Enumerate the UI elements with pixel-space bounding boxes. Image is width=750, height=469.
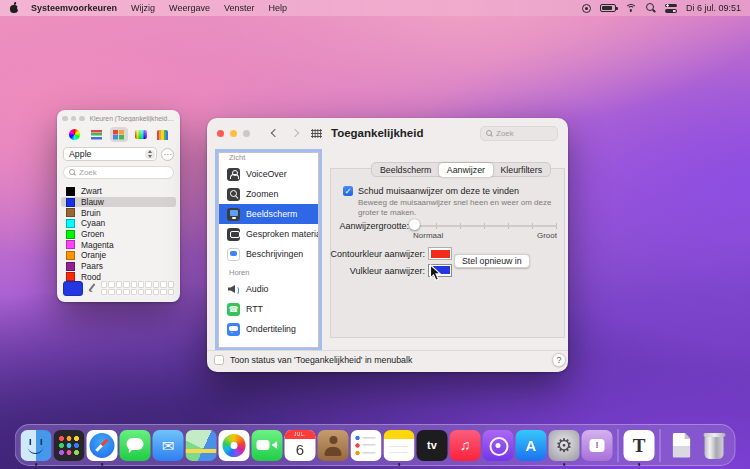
zoom-button[interactable] — [243, 130, 250, 137]
sidebar-item-gesproken-materiaal[interactable]: Gesproken materiaal — [219, 224, 318, 244]
sidebar-item-beeldscherm[interactable]: Beeldscherm — [219, 204, 318, 224]
image-palettes-icon[interactable] — [132, 127, 150, 142]
dock-appletv-icon[interactable]: tv — [417, 430, 448, 461]
sidebar-item-rtt[interactable]: RTT — [219, 299, 318, 319]
wifi-icon[interactable] — [625, 4, 637, 13]
swatch-cell[interactable] — [108, 289, 114, 296]
battery-icon[interactable] — [600, 4, 616, 12]
tab-beeldscherm[interactable]: Beeldscherm — [372, 163, 439, 176]
minimize-button[interactable] — [71, 116, 77, 122]
dock-messages-icon[interactable] — [120, 430, 151, 461]
dock-feedback-assistant-icon[interactable]: ! — [582, 430, 613, 461]
zoom-button[interactable] — [79, 116, 85, 122]
swatch-cell[interactable] — [123, 289, 129, 296]
tab-kleurfilters[interactable]: Kleurfilters — [492, 163, 550, 176]
swatch-cell[interactable] — [123, 281, 129, 288]
sidebar-item-audio[interactable]: Audio — [219, 279, 318, 299]
dock-photos-icon[interactable] — [219, 430, 250, 461]
dock-launchpad-icon[interactable] — [54, 430, 85, 461]
swatch-cell[interactable] — [168, 289, 174, 296]
dock-maps-icon[interactable] — [186, 430, 217, 461]
sidebar-item-voiceover[interactable]: VoiceOver — [219, 164, 318, 184]
record-icon[interactable] — [582, 4, 591, 13]
swatch-cell[interactable] — [168, 281, 174, 288]
close-button[interactable] — [62, 116, 68, 122]
color-list-item[interactable]: Cyaan — [61, 218, 176, 229]
minimize-button[interactable] — [230, 130, 237, 137]
swatch-cell[interactable] — [108, 281, 114, 288]
color-list-item[interactable]: Blauw — [61, 197, 176, 208]
tab-aanwijzer[interactable]: Aanwijzer — [439, 163, 493, 177]
dock-music-icon[interactable]: ♫ — [450, 430, 481, 461]
dock-contacts-icon[interactable] — [318, 430, 349, 461]
swatch-cell[interactable] — [131, 281, 137, 288]
swatch-cell[interactable] — [153, 289, 159, 296]
menu-bar-status-checkbox[interactable] — [214, 355, 224, 365]
reset-button[interactable]: Stel opnieuw in — [454, 254, 530, 268]
dock-trash-icon[interactable] — [699, 430, 730, 461]
swatch-cell[interactable] — [145, 281, 151, 288]
swatch-cell[interactable] — [153, 281, 159, 288]
dock-system-preferences-icon[interactable]: ⚙ — [549, 430, 580, 461]
dock-appstore-icon[interactable]: A — [516, 430, 547, 461]
preferences-search-input[interactable] — [496, 129, 552, 138]
pencils-icon[interactable] — [154, 127, 172, 142]
menu-help[interactable]: Help — [261, 3, 294, 13]
dock-finder-icon[interactable] — [21, 430, 52, 461]
shake-pointer-checkbox[interactable]: ✓ — [343, 186, 353, 196]
menu-bar-clock[interactable]: Di 6 jul. 09:51 — [686, 3, 741, 13]
color-list-item[interactable]: Zwart — [61, 186, 176, 197]
color-wheel-icon[interactable] — [66, 127, 84, 142]
swatch-cell[interactable] — [116, 281, 122, 288]
menu-systeemvoorkeuren[interactable]: Systeemvoorkeuren — [24, 3, 124, 13]
swatch-cell[interactable] — [160, 289, 166, 296]
spotlight-icon[interactable] — [646, 3, 656, 13]
sidebar-item-beschrijvingen[interactable]: Beschrijvingen — [219, 244, 318, 264]
colors-search-input[interactable] — [79, 168, 168, 177]
back-icon[interactable] — [271, 129, 279, 137]
sidebar-item-ondertiteling[interactable]: Ondertiteling — [219, 319, 318, 339]
palette-options-button[interactable]: ⋯ — [161, 148, 174, 161]
window-toolbar[interactable]: Toegankelijkheid — [207, 118, 568, 148]
close-button[interactable] — [217, 130, 224, 137]
color-sliders-icon[interactable] — [88, 127, 106, 142]
swatch-cell[interactable] — [131, 289, 137, 296]
apple-menu-icon[interactable] — [9, 3, 20, 14]
color-list-item[interactable]: Groen — [61, 229, 176, 240]
color-list-item[interactable]: Bruin — [61, 207, 176, 218]
menu-venster[interactable]: Venster — [217, 3, 262, 13]
dock-textedit-icon[interactable]: T — [624, 430, 655, 461]
show-all-grid-icon[interactable] — [311, 129, 322, 138]
dock-mail-icon[interactable]: ✉ — [153, 430, 184, 461]
forward-icon[interactable] — [291, 129, 299, 137]
swatch-cell[interactable] — [101, 281, 107, 288]
dock-podcasts-icon[interactable] — [483, 430, 514, 461]
color-palettes-icon[interactable] — [110, 127, 128, 142]
dock-reminders-icon[interactable] — [351, 430, 382, 461]
current-color-swatch[interactable] — [63, 281, 83, 296]
colors-search-field[interactable] — [63, 166, 174, 179]
control-center-icon[interactable] — [665, 4, 677, 13]
color-list-item[interactable]: Magenta — [61, 239, 176, 250]
eyedropper-icon[interactable] — [87, 282, 97, 295]
swatch-cell[interactable] — [101, 289, 107, 296]
colors-titlebar[interactable]: Kleuren (Toegankelijkheid) (Syst… — [57, 110, 180, 123]
pointer-size-slider-handle[interactable] — [409, 219, 420, 230]
swatch-cell[interactable] — [160, 281, 166, 288]
swatch-cell[interactable] — [116, 289, 122, 296]
help-button[interactable]: ? — [552, 353, 566, 367]
outline-color-well[interactable] — [428, 247, 452, 260]
color-list-item[interactable]: Paars — [61, 261, 176, 272]
dock-documents-icon[interactable] — [666, 430, 697, 461]
swatch-cell[interactable] — [138, 289, 144, 296]
color-list-item[interactable]: Oranje — [61, 250, 176, 261]
swatch-cell[interactable] — [145, 289, 151, 296]
dock-facetime-icon[interactable] — [252, 430, 283, 461]
dock-safari-icon[interactable] — [87, 430, 118, 461]
dock-calendar-icon[interactable]: JUL.6 — [285, 430, 316, 461]
dock-notes-icon[interactable] — [384, 430, 415, 461]
menu-weergave[interactable]: Weergave — [162, 3, 217, 13]
menu-wijzig[interactable]: Wijzig — [124, 3, 162, 13]
swatch-cell[interactable] — [138, 281, 144, 288]
preferences-search-field[interactable] — [480, 126, 558, 141]
